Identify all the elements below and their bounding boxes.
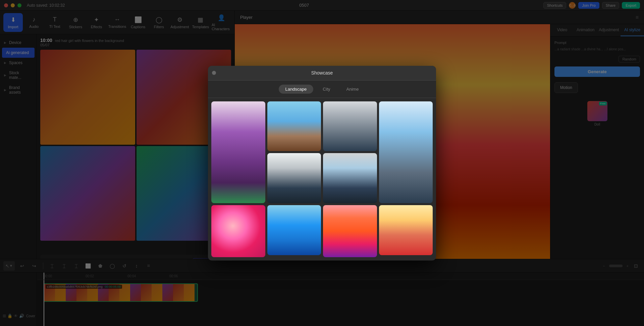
showcase-img-misty-valley[interactable] xyxy=(379,205,433,255)
showcase-grid xyxy=(208,98,436,261)
showcase-tab-landscape[interactable]: Landscape xyxy=(279,85,314,94)
showcase-img-snowy[interactable] xyxy=(267,153,321,203)
showcase-img-blue-lighthouse[interactable] xyxy=(267,205,321,255)
showcase-img-lighthouse[interactable] xyxy=(267,101,321,151)
showcase-modal-title: Showcase xyxy=(311,70,333,76)
modal-close-btn[interactable] xyxy=(212,71,216,75)
showcase-img-sunset[interactable] xyxy=(323,205,377,257)
showcase-modal-header: Showcase xyxy=(208,66,436,81)
showcase-img-lavender[interactable] xyxy=(211,101,265,203)
showcase-tab-city[interactable]: City xyxy=(316,85,337,94)
showcase-img-misty-center[interactable] xyxy=(323,153,377,203)
showcase-tab-anime[interactable]: Anime xyxy=(340,85,366,94)
showcase-tabs: Landscape City Anime xyxy=(208,81,436,98)
showcase-img-misty-right[interactable] xyxy=(379,101,433,203)
showcase-img-rose[interactable] xyxy=(211,205,265,257)
showcase-img-mountains[interactable] xyxy=(323,101,377,151)
showcase-modal: Showcase Landscape City Anime xyxy=(208,66,436,261)
